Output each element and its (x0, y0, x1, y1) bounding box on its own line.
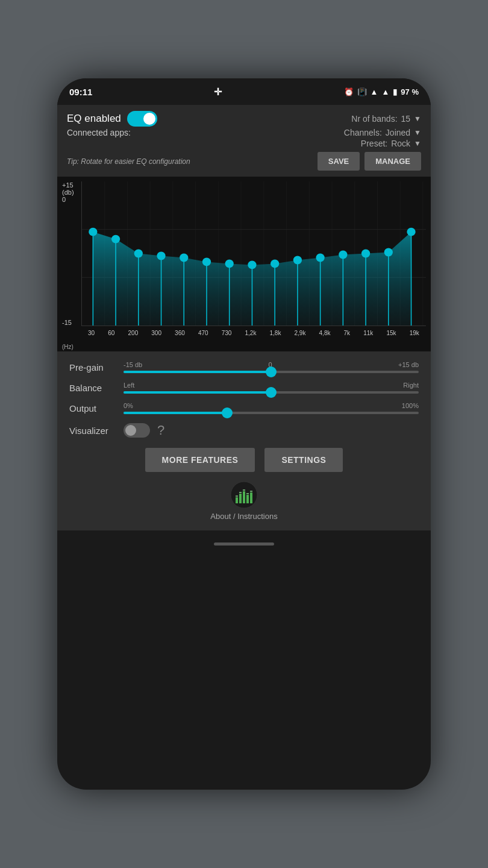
eq-x-1k2: 1,2k (245, 330, 257, 336)
eq-x-60: 60 (108, 330, 114, 336)
pregain-slider[interactable] (124, 371, 419, 373)
connected-apps-label: Connected apps: (67, 128, 131, 137)
balance-thumb[interactable] (266, 387, 277, 398)
output-row: Output 0% 100% (69, 402, 419, 414)
status-right: ⏰ 📳 ▲ ▲ ▮ 97 % (344, 87, 419, 96)
eq-x-4k8: 4,8k (319, 330, 331, 336)
balance-slider[interactable] (124, 391, 419, 394)
nr-bands-label: Nr of bands: (351, 114, 397, 124)
svg-point-47 (407, 228, 415, 236)
channels-dropdown-icon[interactable]: ▼ (414, 128, 421, 137)
svg-rect-51 (243, 491, 245, 503)
svg-point-34 (111, 235, 120, 244)
status-bar: 09:11 ✛ ⏰ 📳 ▲ ▲ ▮ 97 % (57, 78, 431, 105)
output-slider[interactable] (124, 412, 419, 414)
eq-x-200: 200 (128, 330, 139, 336)
pregain-slider-container: -15 db 0 +15 db (124, 361, 419, 373)
vibrate-icon: 📳 (357, 87, 367, 96)
output-label: Output (69, 403, 124, 414)
nav-bar (57, 530, 431, 557)
balance-fill (124, 391, 271, 394)
balance-row: Balance Left Right (69, 382, 419, 394)
eq-x-300: 300 (151, 330, 161, 336)
eq-x-470: 470 (198, 330, 208, 336)
time-display: 09:11 (69, 87, 92, 97)
eq-chart-section[interactable]: +15 (db) 0 -15 (57, 177, 431, 351)
nr-bands-value: 15 (401, 114, 411, 124)
svg-point-44 (339, 251, 347, 259)
status-icon-cross: ✛ (214, 86, 222, 98)
output-slider-container: 0% 100% (124, 402, 419, 414)
signal-icon: ▲ (381, 87, 389, 96)
phone-shell: 09:11 ✛ ⏰ 📳 ▲ ▲ ▮ 97 % EQ enabled Nr of … (57, 78, 431, 790)
visualizer-label: Visualizer (69, 426, 124, 436)
balance-label: Balance (69, 383, 124, 393)
eq-x-19k: 19k (410, 330, 419, 336)
svg-point-37 (180, 254, 188, 262)
wifi-icon: ▲ (371, 87, 378, 96)
eq-enabled-label: EQ enabled (67, 113, 121, 125)
output-min-label: 0% (124, 402, 133, 409)
svg-rect-56 (243, 489, 245, 491)
eq-y-top: +15 (62, 181, 74, 189)
output-max-label: 100% (402, 402, 419, 409)
eq-svg[interactable] (82, 181, 426, 326)
output-fill (124, 412, 227, 414)
svg-rect-53 (250, 492, 252, 503)
svg-rect-50 (239, 494, 242, 503)
balance-slider-container: Left Right (124, 382, 419, 394)
pregain-thumb[interactable] (266, 366, 277, 377)
about-label: About / Instructions (210, 512, 277, 521)
eq-x-360: 360 (175, 330, 185, 336)
svg-point-40 (248, 260, 256, 269)
controls-section: Pre-gain -15 db 0 +15 db Balance Left Ri (57, 351, 431, 530)
eq-chart-area[interactable] (81, 181, 426, 326)
svg-point-36 (157, 252, 165, 260)
tip-text: Tip: Rotate for easier EQ configuration (67, 157, 190, 166)
svg-point-39 (225, 259, 234, 268)
settings-button[interactable]: SETTINGS (264, 448, 343, 472)
eq-x-730: 730 (222, 330, 232, 336)
svg-point-43 (316, 254, 324, 262)
more-features-button[interactable]: MORE FEATURES (145, 448, 255, 472)
action-buttons: SAVE MANAGE (318, 152, 421, 171)
svg-rect-52 (246, 495, 249, 503)
preset-dropdown-icon[interactable]: ▼ (414, 139, 421, 148)
preset-value: Rock (391, 139, 410, 148)
about-icon (230, 480, 258, 509)
nav-pill[interactable] (214, 542, 274, 546)
pregain-fill (124, 371, 271, 373)
svg-rect-55 (239, 492, 242, 493)
svg-rect-58 (250, 491, 252, 492)
eq-x-11k: 11k (363, 330, 373, 336)
svg-rect-54 (236, 495, 238, 497)
save-button[interactable]: SAVE (318, 152, 360, 171)
visualizer-toggle[interactable] (124, 423, 150, 438)
manage-button[interactable]: MANAGE (364, 152, 421, 171)
hz-label: (Hz) (62, 344, 74, 350)
preset-label: Preset: (361, 139, 387, 148)
balance-left-label: Left (124, 382, 134, 389)
balance-right-label: Right (403, 382, 419, 389)
nr-bands-dropdown-icon[interactable]: ▼ (414, 115, 421, 123)
eq-enabled-toggle[interactable] (127, 111, 157, 127)
svg-point-45 (361, 250, 370, 258)
svg-point-33 (89, 228, 97, 236)
svg-point-46 (384, 248, 393, 257)
help-icon[interactable]: ? (157, 423, 164, 438)
eq-x-15k: 15k (386, 330, 396, 336)
svg-rect-57 (246, 493, 249, 494)
about-section[interactable]: About / Instructions (69, 480, 419, 521)
visualizer-row: Visualizer ? (69, 423, 419, 438)
eq-y-db: (db) (62, 189, 74, 196)
svg-point-41 (271, 259, 279, 268)
svg-point-35 (134, 250, 143, 258)
output-thumb[interactable] (222, 407, 233, 418)
alarm-icon: ⏰ (344, 87, 354, 96)
eq-x-30: 30 (88, 330, 95, 336)
eq-x-2k9: 2,9k (295, 330, 306, 336)
pregain-label: Pre-gain (69, 362, 124, 373)
battery-icon: ▮ (393, 87, 397, 96)
channels-label: Channels: (344, 128, 382, 137)
bottom-buttons: MORE FEATURES SETTINGS (69, 448, 419, 472)
